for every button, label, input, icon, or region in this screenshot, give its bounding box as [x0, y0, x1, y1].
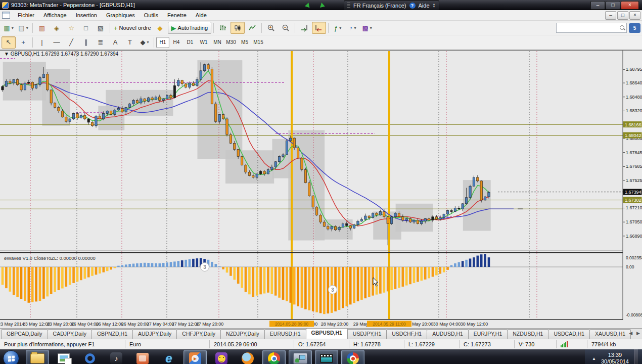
taskbar-screen-recorder-icon[interactable] [341, 350, 364, 364]
taskbar-media-app-icon[interactable]: ♪ [105, 350, 128, 364]
trendline-button[interactable]: ╱ [64, 36, 78, 49]
chart-tab-audusd-h1[interactable]: AUDUSD,H1 [427, 329, 469, 339]
minimize-button[interactable]: – [590, 1, 605, 10]
metaeditor-button[interactable]: ◆ [153, 22, 167, 34]
metatrader-app-icon [2, 2, 9, 9]
menu-graphiques[interactable]: Graphiques [102, 11, 140, 19]
arrows-button[interactable]: ◆▾ [137, 36, 152, 49]
tabs-scroll-left[interactable]: ◀ [629, 331, 632, 336]
taskbar-photo-viewer-icon[interactable] [52, 350, 75, 364]
community-button[interactable]: 5 [629, 23, 640, 33]
taskbar-powerpoint-icon[interactable] [131, 350, 154, 364]
horizontal-line-button[interactable]: — [50, 36, 64, 49]
help-icon[interactable]: ? [409, 3, 416, 9]
line-chart-button[interactable] [245, 22, 259, 34]
taskbar-start-button[interactable] [3, 350, 19, 364]
search-icon[interactable] [619, 25, 625, 31]
taskbar-clock[interactable]: 13:39 30/05/2014 [601, 352, 629, 364]
timeframe-d1[interactable]: D1 [184, 37, 197, 48]
zoom-out-button[interactable] [279, 22, 293, 34]
chart-tab-cadjpy-daily[interactable]: CADJPY,Daily [48, 329, 92, 339]
chart-tab-chfjpy-daily[interactable]: CHFJPY,Daily [176, 329, 221, 339]
system-tray: ▲ 13:39 30/05/2014 [585, 349, 642, 364]
bar-chart-button[interactable] [216, 22, 230, 34]
child-minimize-button[interactable]: – [605, 11, 616, 20]
menu-fichier[interactable]: Fichier [13, 11, 39, 19]
timeframe-m30[interactable]: M30 [224, 37, 238, 48]
periods-button[interactable]: ◔▾ [345, 22, 359, 34]
new-chart-button[interactable]: ▦▾ [2, 22, 16, 34]
search-input[interactable] [557, 24, 619, 31]
timeframe-m15[interactable]: M15 [252, 37, 265, 48]
taskbar-yahoo-messenger-icon[interactable] [210, 350, 233, 364]
timeframe-h1[interactable]: H1 [156, 37, 169, 48]
fibonacci-button[interactable]: ≣ [94, 36, 108, 49]
menu-fenetre[interactable]: Fenetre [163, 11, 191, 19]
chart-tab-gbpusd-h1[interactable]: GBPUSD,H1 [306, 328, 348, 339]
child-close-button[interactable]: × [629, 11, 640, 20]
taskbar-windows-media-player-icon[interactable]: ▶ [184, 350, 207, 364]
market-watch-button[interactable]: ▥ [35, 22, 49, 34]
maximize-button[interactable]: □ [606, 1, 620, 10]
navigator-button[interactable]: ◈ [50, 22, 64, 34]
chart-tab-usdchf-h1[interactable]: USDCHF,H1 [386, 329, 427, 339]
menu-insertion[interactable]: Insertion [71, 11, 102, 19]
label-button[interactable]: T [123, 36, 137, 49]
taskbar-explorer-icon[interactable] [26, 350, 49, 364]
language-label[interactable]: FR Français (France) [353, 3, 406, 9]
chart-tab-gbpnzd-h1[interactable]: GBPNZD,H1 [91, 329, 133, 339]
chart-tab-gbpcad-daily[interactable]: GBPCAD,Daily [1, 329, 48, 339]
profiles-button[interactable]: ▤▾ [16, 22, 30, 34]
auto-scroll-button[interactable] [297, 22, 311, 34]
strategy-tester-button[interactable]: ▧ [94, 22, 108, 34]
menu-outils[interactable]: Outils [140, 11, 163, 19]
show-desktop-button[interactable] [634, 349, 638, 364]
zoom-in-button[interactable] [264, 22, 278, 34]
chart-tab-nzdjpy-daily[interactable]: NZDJPY,Daily [220, 329, 265, 339]
tray-expand-icon[interactable]: ▲ [592, 356, 596, 361]
favorites-button[interactable]: ☆ [64, 22, 78, 34]
autotrading-button[interactable]: ▶AutoTrading [168, 22, 212, 34]
cursor-button[interactable]: ↖ [2, 36, 16, 49]
taskbar-internet-explorer-icon[interactable]: e [157, 350, 180, 364]
child-restore-button[interactable]: □ [617, 11, 628, 20]
close-button[interactable]: × [621, 1, 639, 10]
timeframe-mn[interactable]: MN [211, 37, 224, 48]
menu-affichage[interactable]: Affichage [39, 11, 71, 19]
profiles-icon: ▤ [18, 24, 24, 32]
chart-tab-eurusd-h1[interactable]: EURUSD,H1 [264, 329, 306, 339]
taskbar-chrome-icon[interactable] [262, 350, 286, 364]
vertical-line-button[interactable]: | [35, 36, 49, 49]
tabs-scroll-right[interactable]: ▶ [636, 331, 640, 336]
templates-button[interactable]: ▩▾ [360, 22, 374, 34]
new-order-button[interactable]: +Nouvel ordre [112, 22, 153, 34]
chart-canvas[interactable]: ▼ GBPUSD,H1 1.67293 1.67473 1.67290 1.67… [0, 50, 642, 328]
indicators-button[interactable]: ƒ▾ [331, 22, 345, 34]
chart-tab-nzdusd-h1[interactable]: NZDUSD,H1 [507, 329, 548, 339]
crosshair-button[interactable]: + [16, 36, 30, 49]
data-window-button[interactable]: □ [79, 22, 93, 34]
chart-shift-button[interactable] [312, 22, 326, 34]
taskbar-firefox-icon[interactable] [236, 350, 259, 364]
taskbar-remote-desktop-icon[interactable] [289, 350, 312, 364]
taskbar-movie-maker-icon[interactable] [315, 350, 338, 364]
chart-tab-audjpy-daily[interactable]: AUDJPY,Daily [132, 329, 177, 339]
chart-tab-xauusd-h1[interactable]: XAUUSD,H1 [589, 329, 631, 339]
candlestick-chart-button[interactable] [231, 22, 245, 34]
chart-tab-usdjpy-h1[interactable]: USDJPY,H1 [347, 329, 387, 339]
timeframe-h4[interactable]: H4 [170, 37, 183, 48]
chart-tab-usdcad-h1[interactable]: USDCAD,H1 [548, 329, 590, 339]
channel-button[interactable]: ∥ [79, 36, 93, 49]
text-button[interactable]: A [108, 36, 122, 49]
menu-aide[interactable]: Aide [191, 11, 211, 19]
language-bar-grip[interactable] [347, 3, 350, 9]
taskbar-blue-ring-app-icon[interactable] [78, 350, 102, 364]
language-bar[interactable]: FR Français (France) ? Aide ▲▼ [344, 1, 439, 11]
aide-label[interactable]: Aide [419, 3, 430, 9]
new-order-button-label: Nouvel ordre [119, 25, 151, 31]
chart-window-icon[interactable] [2, 12, 10, 19]
language-bar-spinner[interactable]: ▲▼ [433, 3, 436, 8]
chart-tab-eurjpy-h1[interactable]: EURJPY,H1 [468, 329, 508, 339]
timeframe-m5[interactable]: M5 [238, 37, 251, 48]
timeframe-w1[interactable]: W1 [197, 37, 210, 48]
